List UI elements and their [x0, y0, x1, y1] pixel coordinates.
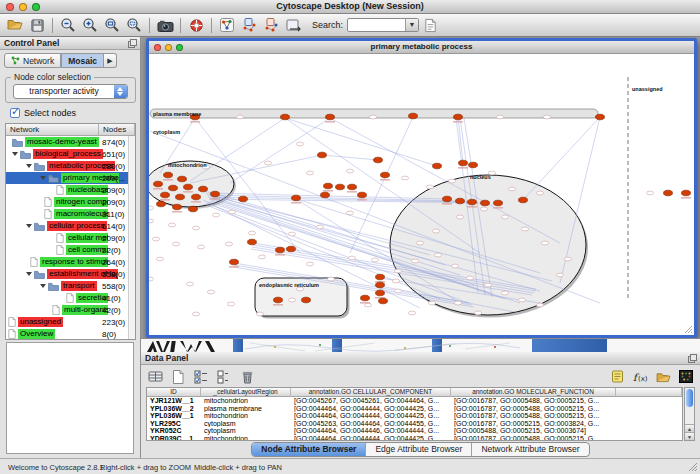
network-node[interactable]	[468, 199, 477, 205]
network-node-outline[interactable]	[411, 259, 418, 263]
network-node-outline[interactable]	[288, 298, 295, 302]
network-node-outline[interactable]	[518, 298, 525, 302]
tree-row[interactable]: cellular process614(0)	[6, 220, 135, 232]
tab-network[interactable]: Network	[4, 53, 61, 68]
tree-row[interactable]: unassigned223(0)	[6, 316, 135, 328]
network-node-outline[interactable]	[348, 256, 355, 260]
network-node[interactable]	[596, 114, 605, 120]
network-node[interactable]	[199, 186, 208, 192]
tree-scrollbar[interactable]	[128, 136, 135, 339]
table-cell[interactable]: YPL036W__2	[147, 405, 201, 413]
tree-row[interactable]: Overview8(0)	[6, 328, 135, 340]
tree-row[interactable]: cellular metabol209(0)	[6, 232, 135, 244]
float-panel-icon[interactable]	[688, 354, 697, 363]
table-cell[interactable]: YJR121W__1	[147, 397, 201, 405]
network-node-outline[interactable]	[207, 290, 214, 294]
tree-row[interactable]: response to stimulu264(0)	[6, 256, 135, 268]
network-node-outline[interactable]	[496, 115, 503, 119]
network-node[interactable]	[519, 197, 528, 203]
network-node[interactable]	[274, 297, 283, 303]
tree-row[interactable]: transport558(0)	[6, 280, 135, 292]
tree-expander-icon[interactable]	[40, 176, 46, 180]
network-node-outline[interactable]	[346, 169, 353, 173]
network-node-outline[interactable]	[371, 258, 378, 262]
select-attributes-button[interactable]	[191, 368, 211, 385]
network-node[interactable]	[281, 114, 290, 120]
network-node-outline[interactable]	[434, 253, 441, 257]
table-column-header[interactable]: annotation.GO CELLULAR_COMPONENT	[291, 388, 451, 397]
network-node-outline[interactable]	[264, 161, 271, 165]
node-color-attribute-select[interactable]: transporter activity	[13, 84, 128, 99]
unselect-attributes-button[interactable]	[214, 368, 234, 385]
notes-button[interactable]	[607, 368, 627, 385]
create-network-from-selected-nodes-button[interactable]	[238, 16, 260, 35]
float-panel-icon[interactable]	[128, 39, 137, 48]
network-node[interactable]	[211, 191, 220, 197]
formula-builder-button[interactable]: f(x)	[630, 368, 650, 385]
table-row[interactable]: YJR121W__1mitochondrion[GO:0045267, GO:0…	[147, 397, 682, 405]
table-cell[interactable]	[616, 435, 682, 442]
table-row[interactable]: YPL036W__2plasma membrane[GO:0044464, GO…	[147, 405, 682, 413]
network-node-outline[interactable]	[256, 312, 263, 316]
network-node[interactable]	[481, 200, 490, 206]
network-node[interactable]	[173, 204, 182, 210]
network-node-outline[interactable]	[394, 289, 401, 293]
network-node-outline[interactable]	[149, 219, 154, 223]
table-cell[interactable]: YPL036W__1	[147, 412, 201, 420]
network-node-outline[interactable]	[296, 142, 303, 146]
table-cell[interactable]: [GO:0044464, GO:0044444, GO:0044425, G..…	[291, 412, 451, 420]
table-cell[interactable]: cytoplasm	[201, 427, 291, 435]
network-node-outline[interactable]	[227, 302, 234, 306]
network-node-outline[interactable]	[428, 301, 435, 305]
network-edge[interactable]	[190, 118, 285, 181]
tree-row[interactable]: mosaic-demo-yeast874(0)	[6, 136, 135, 148]
network-node[interactable]	[376, 274, 385, 280]
network-node-outline[interactable]	[225, 242, 232, 246]
table-cell[interactable]	[616, 420, 682, 428]
network-node-outline[interactable]	[394, 269, 401, 273]
network-node-outline[interactable]	[306, 262, 313, 266]
network-node-outline[interactable]	[316, 225, 323, 229]
network-node-outline[interactable]	[521, 227, 528, 231]
network-node-outline[interactable]	[480, 207, 487, 211]
network-node-outline[interactable]	[172, 242, 179, 246]
search-input[interactable]: ▼	[347, 18, 419, 32]
network-node-outline[interactable]	[369, 115, 376, 119]
tree-expander-icon[interactable]	[12, 152, 18, 156]
network-node-outline[interactable]	[192, 312, 199, 316]
table-cell[interactable]	[616, 412, 682, 420]
table-row[interactable]: YLR295Ccytoplasm[GO:0045263, GO:0044464,…	[147, 420, 682, 428]
tab-mosaic[interactable]: Mosaic	[61, 53, 104, 68]
network-node-outline[interactable]	[408, 311, 415, 315]
network-node-outline[interactable]	[454, 301, 461, 305]
table-mode-button[interactable]	[145, 368, 165, 385]
network-node-outline[interactable]	[484, 283, 491, 287]
network-node-outline[interactable]	[186, 282, 193, 286]
network-node-outline[interactable]	[536, 191, 543, 195]
table-cell[interactable]	[616, 427, 682, 435]
network-node-outline[interactable]	[541, 241, 548, 245]
network-overview-button[interactable]	[216, 16, 238, 35]
network-node-outline[interactable]	[451, 264, 458, 268]
network-node-outline[interactable]	[346, 211, 353, 215]
network-node-outline[interactable]	[197, 245, 204, 249]
network-node-outline[interactable]	[258, 255, 265, 259]
network-node-outline[interactable]	[543, 115, 550, 119]
zoom-selected-region-button[interactable]	[123, 16, 145, 35]
network-node[interactable]	[409, 113, 418, 119]
table-cell[interactable]: [GO:0016787, GO:0005488, GO:0005215, G..…	[451, 405, 616, 413]
app-title-bar[interactable]: Cytoscape Desktop (New Session)	[0, 0, 700, 14]
tab-overflow-button[interactable]: ▶	[104, 53, 117, 68]
export-snapshot-button[interactable]	[154, 16, 176, 35]
network-node-outline[interactable]	[236, 115, 243, 119]
tree-row[interactable]: nucleobase-209(0)	[6, 184, 135, 196]
network-node[interactable]	[361, 295, 370, 301]
table-column-header[interactable]: annotation.GO MOLECULAR_FUNCTION	[451, 388, 616, 397]
network-node[interactable]	[321, 192, 330, 198]
tree-row[interactable]: nitrogen compo209(0)	[6, 196, 135, 208]
network-node[interactable]	[164, 172, 173, 178]
network-node[interactable]	[376, 290, 385, 296]
network-node[interactable]	[336, 184, 345, 190]
network-node[interactable]	[161, 192, 170, 198]
table-row[interactable]: YPL036W__1mitochondrion[GO:0044464, GO:0…	[147, 412, 682, 420]
